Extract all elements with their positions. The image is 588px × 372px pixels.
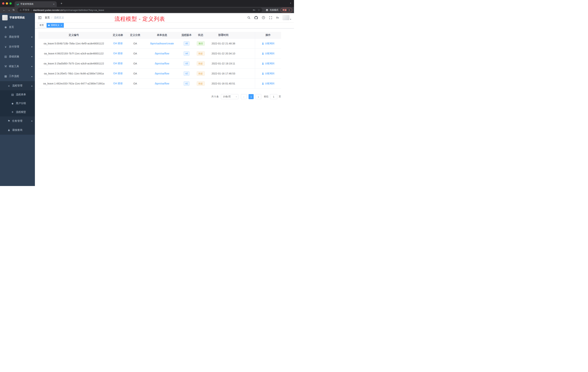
reload-button[interactable]: ↻ — [11, 8, 16, 12]
dashboard-icon: ◉ — [4, 25, 8, 29]
search-icon[interactable] — [247, 16, 251, 20]
assign-rule-link[interactable]: 分配规则 — [262, 42, 274, 45]
tag-home[interactable]: 首页 — [38, 23, 45, 28]
sidebar-item-process-model[interactable]: ✈ 流程模型 — [0, 108, 35, 117]
gear-icon: ⚙ — [4, 35, 8, 39]
sidebar-item-workflow[interactable]: ▦ 工作流程 ▴ — [0, 71, 35, 81]
form-info-link[interactable]: /bpm/oa/flow — [155, 82, 169, 85]
assign-rule-link[interactable]: 分配规则 — [262, 82, 274, 85]
caret-down-icon: ▾ — [290, 18, 291, 20]
form-info-link[interactable]: /bpm/oa/flow — [155, 52, 169, 55]
definition-name-link[interactable]: OA 请假 — [113, 82, 123, 85]
browser-tab[interactable]: 芋道管理系统 × — [15, 1, 57, 7]
sidebar-item-leave-query[interactable]: ♟ 请假查询 — [0, 126, 35, 135]
back-button[interactable]: ← — [2, 8, 7, 12]
version-badge: v5 — [184, 41, 190, 46]
assign-rule-link[interactable]: 分配规则 — [262, 62, 274, 65]
definition-name-link[interactable]: OA 请假 — [113, 52, 123, 55]
prev-page-button[interactable]: ‹ — [241, 94, 247, 99]
user-icon — [262, 52, 264, 55]
version-badge: v1 — [184, 81, 190, 86]
col-form-info: 表单信息 — [144, 33, 180, 37]
page-number-button[interactable]: 1 — [249, 94, 254, 99]
help-icon[interactable]: ? — [262, 16, 265, 20]
version-badge: v4 — [184, 51, 190, 56]
window-controls — [2, 2, 12, 5]
form-info-link[interactable]: /bpm/oa/flow — [155, 72, 169, 75]
definition-id: oa_leave:4:991f2193-7b7f-11ec-a3c8-acde4… — [38, 52, 109, 55]
breadcrumb-current: 流程定义 — [54, 16, 64, 19]
incognito-label: 无痕模式 — [270, 9, 278, 12]
user-avatar-menu[interactable]: ▾ — [283, 15, 291, 20]
definition-name-link[interactable]: OA 请假 — [113, 42, 123, 45]
page-size-select[interactable]: 10条/页 ▾ — [221, 94, 238, 99]
bookmark-star-icon[interactable]: ☆ — [258, 9, 260, 11]
new-tab-button[interactable]: + — [59, 2, 64, 5]
col-process-version: 流程版本 — [180, 33, 193, 37]
version-badge: v2 — [184, 71, 190, 76]
page-unit-label: 页 — [279, 95, 281, 98]
col-operations: 操作 — [255, 32, 281, 38]
tags-view: 首页 流程定义 × — [35, 22, 294, 28]
definition-id: oa_leave:5:004b710b-7b8a-11ec-8ef0-acde4… — [38, 42, 109, 45]
incognito-badge: 无痕模式 — [265, 9, 278, 12]
sidebar-item-user-group[interactable]: ☻ 用户分组 — [0, 99, 35, 108]
status-badge: 挂起 — [197, 71, 205, 76]
pagination: 共 5 条 10条/页 ▾ ‹ 1 › 前往 页 — [38, 94, 281, 99]
github-icon[interactable] — [254, 16, 258, 20]
not-secure-label[interactable]: 不安全 — [22, 8, 30, 12]
password-key-icon[interactable] — [252, 9, 255, 11]
definition-category: OA — [126, 42, 144, 45]
logo-image — [2, 15, 8, 20]
flag-icon: ⚑ — [7, 119, 11, 123]
minimize-window-button[interactable] — [6, 2, 8, 5]
form-info-link[interactable]: /bpm/oa/leave/create — [150, 42, 174, 45]
table-row: oa_leave:3:1fad3d93-7b75-11ec-a3c8-acde4… — [38, 59, 281, 69]
sidebar-item-process-form[interactable]: ▤ 流程表单 — [0, 90, 35, 99]
form-info-link[interactable]: /bpm/oa/flow — [155, 62, 169, 65]
browser-menu-icon[interactable]: ⋮ — [288, 9, 290, 11]
definition-name-link[interactable]: OA 请假 — [113, 62, 123, 65]
forward-button[interactable]: → — [7, 8, 11, 12]
document-icon: ▤ — [10, 93, 15, 96]
navbar-actions: ? TT ▾ — [247, 15, 291, 20]
user-icon — [262, 42, 264, 44]
next-page-button[interactable]: › — [255, 94, 261, 99]
tag-process-definition[interactable]: 流程定义 × — [47, 23, 64, 28]
sidebar-item-dev-tools[interactable]: ⚒ 研发工具 ▾ — [0, 62, 35, 71]
zoom-window-button[interactable] — [10, 2, 12, 5]
annotation-title: 流程模型 - 定义列表 — [115, 15, 165, 23]
font-size-icon[interactable]: TT — [276, 16, 279, 19]
tab-search-icon[interactable]: ▾ — [290, 2, 291, 4]
version-badge: v3 — [184, 61, 190, 66]
tab-close-icon[interactable]: × — [53, 3, 55, 6]
incognito-icon — [265, 9, 269, 12]
status-badge: 挂起 — [197, 81, 205, 86]
definition-category: OA — [126, 52, 144, 55]
sidebar-item-infrastructure[interactable]: ▥ 基础设施 ▾ — [0, 52, 35, 62]
sidebar-item-home[interactable]: ◉ 首页 — [0, 22, 35, 32]
tag-close-icon[interactable]: × — [61, 24, 62, 26]
tab-strip: 芋道管理系统 × + ▾ — [0, 0, 294, 7]
definition-name-link[interactable]: OA 请假 — [113, 72, 123, 75]
tools-icon: ⚒ — [4, 65, 8, 68]
address-bar[interactable]: ⚠ 不安全 | dashboard.yudao.iocoder.cn /bpm/… — [17, 8, 262, 12]
definition-category: OA — [126, 62, 144, 65]
assign-rule-link[interactable]: 分配规则 — [262, 72, 274, 75]
sidebar-item-task-management[interactable]: ⚑ 任务管理 ▾ — [0, 117, 35, 126]
hamburger-icon[interactable] — [38, 16, 42, 20]
breadcrumb-home[interactable]: 首页 — [45, 16, 50, 19]
assign-rule-link[interactable]: 分配规则 — [262, 52, 274, 55]
sidebar-item-process-management[interactable]: ≡ 流程管理 ▴ — [0, 81, 35, 90]
not-secure-icon: ⚠ — [20, 9, 22, 11]
chevron-down-icon: ▾ — [31, 36, 32, 38]
chevron-down-icon: ▾ — [31, 65, 32, 68]
table-row: oa_leave:1:482ec033-762a-11ec-8477-a2380… — [38, 79, 281, 89]
fullscreen-icon[interactable] — [269, 16, 273, 20]
url-divider: | — [31, 9, 32, 11]
sidebar-item-payment-management[interactable]: ¥ 支付管理 ▾ — [0, 42, 35, 52]
update-browser-button[interactable]: 更新 ⋮ — [281, 8, 292, 12]
goto-page-input[interactable] — [270, 94, 277, 99]
close-window-button[interactable] — [2, 2, 4, 5]
sidebar-item-system-management[interactable]: ⚙ 系统管理 ▾ — [0, 32, 35, 42]
